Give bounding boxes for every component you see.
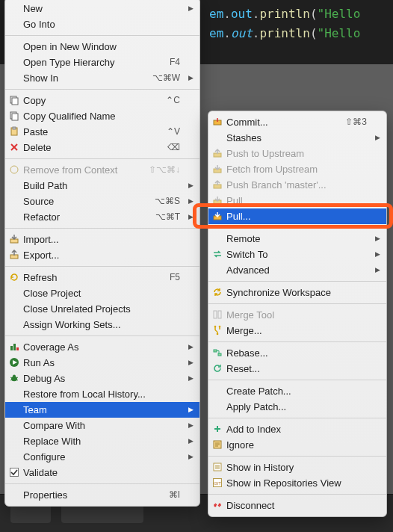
team-show-repos[interactable]: GITShow in Repositories View xyxy=(208,475,386,491)
team-merge-tool: Merge Tool xyxy=(208,307,386,323)
merge-icon xyxy=(212,325,223,335)
menu-coverage-as[interactable]: Coverage As xyxy=(5,339,199,355)
menu-close-project[interactable]: Close Project xyxy=(5,285,199,301)
menu-build-path[interactable]: Build Path xyxy=(5,178,199,194)
svg-text:GIT: GIT xyxy=(214,481,221,486)
menu-show-in[interactable]: Show In⌥⌘W xyxy=(5,70,199,86)
context-menu-team: Commit...⇧⌘3 Stashes Push to Upstream Fe… xyxy=(208,111,387,517)
menu-run-as[interactable]: Run As xyxy=(5,355,199,371)
menu-delete[interactable]: Delete⌫ xyxy=(5,140,199,155)
menu-refresh[interactable]: RefreshF5 xyxy=(5,270,199,285)
svg-point-8 xyxy=(10,166,18,173)
menu-replace-with[interactable]: Replace With xyxy=(5,433,199,449)
svg-point-32 xyxy=(219,326,221,328)
team-stashes[interactable]: Stashes xyxy=(208,130,386,146)
sync-icon xyxy=(212,287,223,297)
menu-paste[interactable]: Paste⌃V xyxy=(5,124,199,140)
team-create-patch[interactable]: Create Patch... xyxy=(208,383,386,399)
svg-rect-30 xyxy=(218,311,221,318)
svg-line-19 xyxy=(16,377,18,378)
team-push-upstream: Push to Upstream xyxy=(208,146,386,161)
svg-line-21 xyxy=(16,380,18,380)
copy-icon xyxy=(9,95,19,105)
menu-close-unrelated[interactable]: Close Unrelated Projects xyxy=(5,301,199,317)
menu-copy-qualified-name[interactable]: Copy Qualified Name xyxy=(5,108,199,124)
team-push-branch: Push Branch 'master'... xyxy=(208,177,386,193)
team-show-history[interactable]: Show in History xyxy=(208,460,386,475)
team-merge[interactable]: Merge... xyxy=(208,323,386,338)
commit-icon xyxy=(212,117,223,127)
coverage-icon xyxy=(9,341,19,352)
svg-rect-34 xyxy=(214,350,217,352)
menu-validate[interactable]: Validate xyxy=(5,465,199,480)
svg-rect-13 xyxy=(16,347,19,350)
team-disconnect[interactable]: Disconnect xyxy=(208,498,386,513)
svg-rect-5 xyxy=(13,127,16,129)
menu-sep xyxy=(208,418,386,418)
menu-go-into[interactable]: Go Into xyxy=(5,16,199,32)
menu-sep xyxy=(5,35,199,36)
team-rebase[interactable]: Rebase... xyxy=(208,345,386,361)
switch-icon xyxy=(212,249,223,259)
import-icon xyxy=(9,234,19,244)
menu-compare-with[interactable]: Compare With xyxy=(5,418,199,433)
app-screenshot: em.out.println("Hello em.out.println("He… xyxy=(0,0,393,532)
menu-team[interactable]: Team xyxy=(5,402,199,418)
team-reset[interactable]: Reset... xyxy=(208,361,386,377)
team-commit[interactable]: Commit...⇧⌘3 xyxy=(208,114,386,130)
menu-open-new-window[interactable]: Open in New Window xyxy=(5,39,199,55)
menu-properties[interactable]: Properties⌘I xyxy=(5,487,199,503)
menu-sep xyxy=(5,158,199,159)
ignore-icon xyxy=(212,439,223,450)
context-menu-main: New Go Into Open in New Window Open Type… xyxy=(4,0,200,507)
remove-context-icon xyxy=(9,164,19,175)
menu-sep xyxy=(5,89,199,90)
menu-source[interactable]: Source⌥⌘S xyxy=(5,194,199,209)
menu-debug-as[interactable]: Debug As xyxy=(5,371,199,386)
menu-new[interactable]: New xyxy=(5,1,199,16)
team-apply-patch[interactable]: Apply Patch... xyxy=(208,399,386,415)
fetch-icon xyxy=(212,164,223,174)
svg-line-18 xyxy=(10,377,12,378)
team-ignore[interactable]: Ignore xyxy=(208,437,386,453)
pull-icon xyxy=(212,195,223,205)
svg-rect-12 xyxy=(13,344,16,350)
menu-restore-local-history[interactable]: Restore from Local History... xyxy=(5,386,199,402)
menu-import[interactable]: Import... xyxy=(5,232,199,247)
menu-configure[interactable]: Configure xyxy=(5,449,199,465)
run-icon xyxy=(9,357,19,368)
menu-refactor[interactable]: Refactor⌥⌘T xyxy=(5,209,199,225)
svg-rect-11 xyxy=(10,346,13,350)
team-sync-workspace[interactable]: Synchronize Workspace xyxy=(208,285,386,300)
menu-sep xyxy=(208,380,386,380)
svg-rect-29 xyxy=(214,311,217,318)
delete-icon xyxy=(9,142,19,152)
pull-icon xyxy=(212,211,223,221)
merge-tool-icon xyxy=(212,309,223,320)
team-advanced[interactable]: Advanced xyxy=(208,262,386,278)
menu-assign-working-sets[interactable]: Assign Working Sets... xyxy=(5,317,199,332)
team-add-index[interactable]: Add to Index xyxy=(208,421,386,437)
menu-open-type-hierarchy[interactable]: Open Type HierarchyF4 xyxy=(5,55,199,70)
push-icon xyxy=(212,148,223,158)
debug-icon xyxy=(9,373,19,383)
team-pull[interactable]: Pull... xyxy=(208,208,386,224)
team-remote[interactable]: Remote xyxy=(208,231,386,247)
menu-copy[interactable]: Copy⌃C xyxy=(5,93,199,108)
svg-point-17 xyxy=(13,375,16,378)
team-switch-to[interactable]: Switch To xyxy=(208,247,386,262)
validate-icon xyxy=(9,467,19,477)
export-icon xyxy=(9,250,19,260)
svg-rect-3 xyxy=(12,114,18,120)
menu-sep xyxy=(5,266,199,267)
team-pull-disabled: Pull xyxy=(208,193,386,208)
menu-sep xyxy=(5,335,199,336)
menu-sep xyxy=(208,456,386,457)
svg-line-20 xyxy=(10,380,12,380)
disconnect-icon xyxy=(212,500,223,510)
paste-icon xyxy=(9,126,19,137)
add-icon xyxy=(212,424,223,434)
menu-remove-context: Remove from Context⇧⌥⌘↓ xyxy=(5,162,199,178)
menu-sep xyxy=(208,281,386,282)
menu-export[interactable]: Export... xyxy=(5,247,199,263)
